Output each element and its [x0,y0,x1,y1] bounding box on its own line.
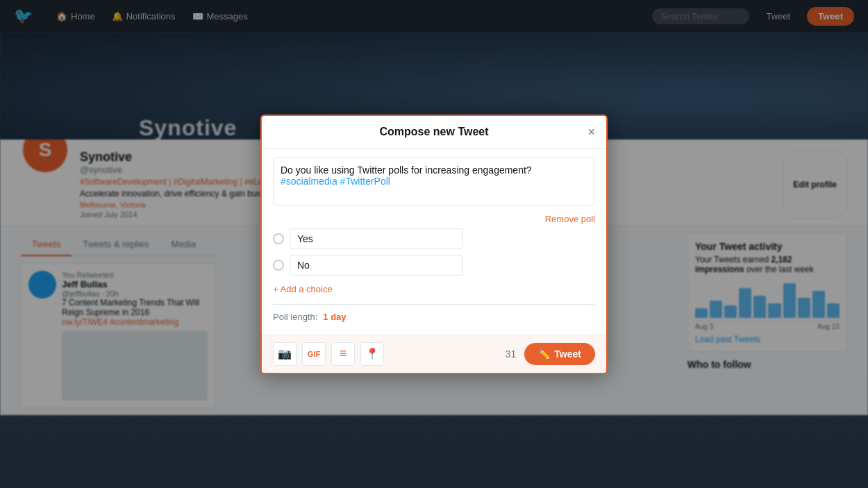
modal-header: Compose new Tweet × [262,116,606,149]
camera-icon: 📷 [278,347,292,360]
hashtag1: #socialmedia [281,176,337,187]
camera-button[interactable]: 📷 [273,342,297,366]
gif-button[interactable]: GIF [302,342,326,366]
poll-option-1-row [273,228,595,249]
location-icon: 📍 [365,347,379,360]
gif-icon: GIF [308,350,320,358]
tweet-text-area[interactable]: Do you like using Twitter polls for incr… [273,157,595,205]
poll-length-label: Poll length: [273,312,317,322]
poll-length-row: Poll length: 1 day [273,304,595,326]
char-count: 31 [506,348,517,360]
tweet-edit-icon: ✏️ [538,348,550,360]
hashtag2: #TwitterPoll [340,176,390,187]
poll-section: Remove poll + Add a choice Poll length: [273,214,595,326]
poll-remove-row: Remove poll [273,214,595,224]
modal-footer: 📷 GIF ≡ 📍 31 ✏️ Tweet [262,335,606,373]
location-button[interactable]: 📍 [360,342,384,366]
poll-radio-2[interactable] [273,260,284,271]
poll-option-1-input[interactable] [290,228,463,249]
modal-close-button[interactable]: × [587,126,595,138]
poll-option-2-input[interactable] [290,255,463,276]
tweet-submit-button[interactable]: ✏️ Tweet [524,343,595,365]
poll-option-2-row [273,255,595,276]
footer-icons: 📷 GIF ≡ 📍 [273,342,384,366]
poll-icon: ≡ [340,346,347,361]
modal-title: Compose new Tweet [379,126,488,138]
add-choice-button[interactable]: + Add a choice [273,281,333,297]
footer-right: 31 ✏️ Tweet [506,343,595,365]
tweet-body-text: Do you like using Twitter polls for incr… [281,165,532,176]
compose-tweet-modal: Compose new Tweet × Do you like using Tw… [260,115,608,374]
poll-button[interactable]: ≡ [331,342,355,366]
modal-body: Do you like using Twitter polls for incr… [262,149,606,335]
poll-radio-1[interactable] [273,233,284,244]
poll-length-value[interactable]: 1 day [323,312,346,322]
tweet-submit-label: Tweet [554,348,581,360]
modal-overlay: Compose new Tweet × Do you like using Tw… [0,0,868,488]
remove-poll-button[interactable]: Remove poll [545,214,595,224]
